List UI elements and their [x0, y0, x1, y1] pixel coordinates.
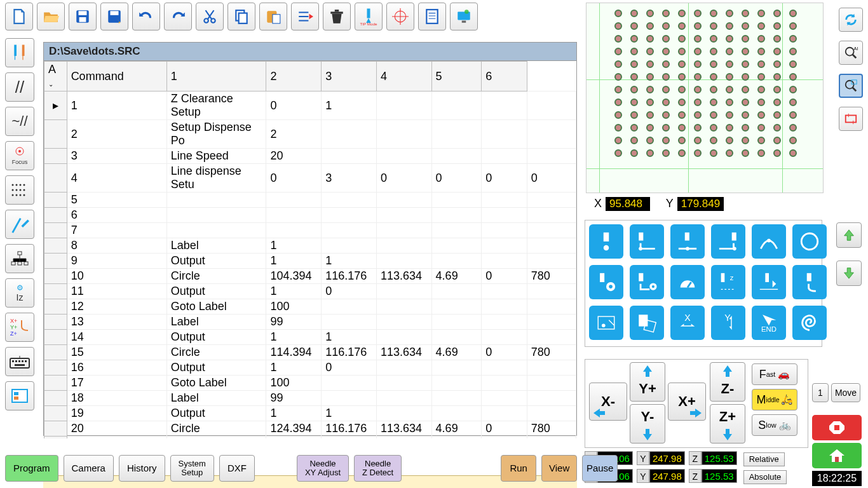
dispense-setup-button[interactable]	[589, 265, 623, 299]
z-offset-tool-button[interactable]: ⚙Iz	[5, 278, 34, 308]
y-offset-button[interactable]: Y	[711, 306, 745, 340]
table-row[interactable]: 19Output11	[44, 406, 576, 421]
table-row[interactable]: 8Label1	[44, 238, 576, 254]
command-table[interactable]: A ⌄Command123456 ▸1Z Clearance Setup012S…	[44, 61, 576, 438]
new-file-button[interactable]	[5, 3, 33, 30]
table-row[interactable]: 3Line Speed20	[44, 149, 576, 164]
pause-button[interactable]: Pause	[582, 455, 618, 482]
jog-z-minus-button[interactable]: Z-	[710, 362, 745, 402]
needle-tool-button[interactable]	[5, 38, 34, 67]
line-start-cmd-button[interactable]	[630, 224, 664, 259]
line-mid-cmd-button[interactable]	[670, 224, 705, 259]
table-row[interactable]: 18Label99	[44, 391, 576, 406]
table-row[interactable]: 15Circle114.394116.176113.6344.690780	[44, 345, 576, 360]
end-program-button[interactable]: END	[752, 306, 786, 340]
x-offset-button[interactable]: X	[670, 306, 705, 340]
keyboard-button[interactable]	[5, 347, 34, 376]
svg-rect-8	[239, 13, 247, 24]
redo-button[interactable]	[164, 3, 192, 30]
array-tool-button[interactable]	[5, 175, 34, 205]
delete-button[interactable]	[323, 3, 351, 30]
camera-teach-button[interactable]	[589, 306, 623, 340]
undo-button[interactable]	[132, 3, 160, 30]
save-as-button[interactable]	[100, 3, 128, 30]
table-row[interactable]: 21Output10	[44, 437, 576, 439]
relative-mode-button[interactable]: Relative	[743, 452, 785, 466]
circle-cmd-button[interactable]	[792, 224, 827, 259]
speed-button[interactable]	[670, 265, 705, 299]
preview-pane[interactable]	[586, 3, 824, 193]
run-button[interactable]: Run	[501, 455, 536, 482]
tip-mode-button[interactable]: TIP Mode	[355, 3, 383, 30]
zoom-region-button[interactable]	[839, 107, 863, 131]
table-row[interactable]: 14Output11	[44, 330, 576, 345]
point-cmd-button[interactable]	[589, 224, 623, 259]
needle-z-detect-button[interactable]: Needle Z Detect	[354, 455, 402, 482]
jog-y-plus-button[interactable]: Y+	[630, 362, 665, 402]
document-button[interactable]	[418, 3, 446, 30]
camera-tab-button[interactable]: Camera	[64, 455, 114, 482]
xyz-probe-button[interactable]: X+Y+Z+	[5, 313, 34, 342]
step-size-input[interactable]: 1	[812, 383, 829, 402]
speed-fast-button[interactable]: Fast🚗	[752, 363, 797, 385]
move-button[interactable]: Move	[831, 383, 860, 402]
table-row[interactable]: 6	[44, 208, 576, 223]
view-run-button[interactable]: View	[541, 455, 577, 482]
table-row[interactable]: 2Setup Dispense Po2	[44, 120, 576, 149]
line-end-cmd-button[interactable]	[711, 224, 745, 259]
save-button[interactable]	[69, 3, 97, 30]
table-scroll[interactable]: A ⌄Command123456 ▸1Z Clearance Setup012S…	[44, 61, 576, 438]
speed-slow-button[interactable]: Slow🚲	[752, 414, 797, 436]
zoom-window-button[interactable]	[839, 74, 863, 98]
home-button[interactable]	[812, 443, 862, 468]
history-tab-button[interactable]: History	[119, 455, 165, 482]
stop-button[interactable]	[812, 415, 862, 440]
table-row[interactable]: 20Circle124.394116.176113.6344.690780	[44, 421, 576, 437]
purge-button[interactable]	[792, 265, 827, 299]
crosshair-button[interactable]	[386, 3, 414, 30]
copy-button[interactable]	[227, 3, 255, 30]
display-button[interactable]	[450, 3, 478, 30]
transform-button[interactable]	[630, 306, 664, 340]
table-row[interactable]: 10Circle104.394116.176113.6344.690780	[44, 269, 576, 284]
refresh-view-button[interactable]	[839, 8, 863, 32]
hierarchy-tool-button[interactable]	[5, 244, 34, 273]
spiral-button[interactable]	[792, 306, 827, 340]
view-button[interactable]	[5, 381, 34, 410]
table-row[interactable]: 13Label99	[44, 315, 576, 330]
system-setup-button[interactable]: System Setup	[170, 455, 214, 482]
jog-y-minus-button[interactable]: Y-	[630, 404, 665, 444]
needle-xy-adjust-button[interactable]: Needle XY Adjust	[297, 455, 349, 482]
jog-x-minus-button[interactable]: X-	[589, 383, 627, 421]
palette-down-button[interactable]	[836, 261, 862, 286]
absolute-mode-button[interactable]: Absolute	[743, 470, 787, 484]
speed-middle-button[interactable]: Middle🛵	[752, 389, 797, 410]
cut-button[interactable]	[196, 3, 224, 30]
table-row[interactable]: 11Output10	[44, 284, 576, 299]
palette-up-button[interactable]	[836, 222, 862, 248]
insert-button[interactable]	[291, 3, 319, 30]
retract-button[interactable]	[752, 265, 786, 299]
program-tab-button[interactable]: Program	[5, 455, 58, 482]
table-row[interactable]: 4Line dispense Setu030000	[44, 164, 576, 193]
zoom-all-button[interactable]: All	[839, 41, 863, 65]
table-row[interactable]: 7	[44, 223, 576, 238]
table-row[interactable]: 16Output10	[44, 360, 576, 376]
table-row[interactable]: 17Goto Label100	[44, 376, 576, 391]
jog-z-plus-button[interactable]: Z+	[710, 404, 745, 444]
line-tool-button[interactable]: //	[5, 72, 34, 102]
focus-tool-button[interactable]: Focus	[5, 141, 34, 170]
jog-x-plus-button[interactable]: X+	[668, 383, 706, 421]
arc-cmd-button[interactable]	[752, 224, 786, 259]
table-row[interactable]: 9Output11	[44, 254, 576, 269]
open-file-button[interactable]	[37, 3, 65, 30]
table-row[interactable]: 12Goto Label100	[44, 299, 576, 315]
line-setup-button[interactable]	[630, 265, 664, 299]
dxf-button[interactable]: DXF	[219, 455, 255, 482]
paste-button[interactable]	[259, 3, 287, 30]
measure-tool-button[interactable]	[5, 210, 34, 239]
table-row[interactable]: 5	[44, 193, 576, 208]
curve-tool-button[interactable]: ~//	[5, 107, 34, 136]
table-row[interactable]: ▸1Z Clearance Setup01	[44, 92, 576, 120]
z-height-button[interactable]: z	[711, 265, 745, 299]
